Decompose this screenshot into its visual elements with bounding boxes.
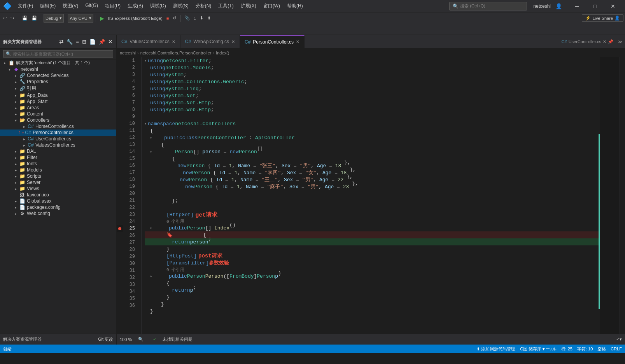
sidebar-bottom-left[interactable]: 解决方案资源管理器: [3, 336, 42, 342]
status-encoding[interactable]: CRLF: [611, 346, 622, 351]
new-solution-btn[interactable]: 📄: [89, 38, 96, 46]
sidebar-item-models[interactable]: ▸ 📁 Models: [0, 167, 116, 173]
validate-icon[interactable]: ✓▾: [616, 337, 622, 342]
sidebar-item-references[interactable]: ▸ 🔗 引用: [0, 85, 116, 92]
global-search-box[interactable]: 🔍 搜索 (Ctrl+Q): [449, 2, 527, 10]
solution-root[interactable]: ▸ 📋 解决方案 'netceshi' (1 个项目，共 1 个): [0, 60, 116, 66]
maximize-button[interactable]: □: [586, 0, 604, 12]
minimize-button[interactable]: ─: [568, 0, 586, 12]
sidebar-item-controllers[interactable]: ▾ 📂 Controllers: [0, 117, 116, 123]
minimap[interactable]: [600, 57, 620, 334]
close-sidebar-btn[interactable]: ✕: [107, 38, 113, 46]
sep2: [41, 15, 41, 22]
debug-config-dropdown[interactable]: Debug ▾: [44, 14, 64, 23]
expand-tabs-btn[interactable]: ≫: [616, 35, 625, 48]
sidebar-item-server[interactable]: ▸ 📁 Server: [0, 179, 116, 186]
collapse-btn[interactable]: ⊟: [81, 38, 87, 46]
sidebar-item-user-controller[interactable]: ▸ C# UserController.cs: [0, 136, 116, 142]
glyph-23: [117, 211, 123, 218]
menu-help[interactable]: 帮助(H): [284, 1, 306, 11]
error-status[interactable]: 未找到相关问题: [163, 336, 193, 342]
tab-values-controller[interactable]: C# ValuesController.cs ✕: [117, 35, 180, 48]
menu-build[interactable]: 生成(B): [124, 1, 146, 11]
vertical-scrollbar[interactable]: [620, 57, 625, 334]
sidebar-search-input[interactable]: [13, 52, 110, 56]
sidebar-bottom-right[interactable]: Git 更改: [98, 336, 113, 342]
menu-bar[interactable]: 文件(F) 编辑(E) 视图(V) Git(G) 项目(P) 生成(B) 调试(…: [15, 1, 306, 11]
sidebar-item-values-controller[interactable]: ▸ C# ValuesController.cs: [0, 142, 116, 148]
menu-file[interactable]: 文件(F): [15, 1, 36, 11]
sidebar-item-scripts[interactable]: ▸ 📁 Scripts: [0, 173, 116, 179]
sidebar-item-person-controller[interactable]: 1 • C# PersonController.cs: [0, 130, 116, 136]
tab-webapi-config[interactable]: C# WebApiConfig.cs ✕: [180, 35, 240, 48]
menu-test[interactable]: 测试(S): [170, 1, 192, 11]
filter-btn[interactable]: ≡: [75, 38, 80, 46]
properties-folder-icon: 🔧: [19, 79, 26, 84]
tab-values-label: ValuesController.cs: [130, 39, 170, 44]
close-button[interactable]: ✕: [604, 0, 622, 12]
glyph-margin: [117, 57, 123, 334]
restart-btn[interactable]: ↺: [171, 15, 178, 21]
sidebar-item-web-config[interactable]: ▸ ⚙ Web.config: [0, 210, 116, 217]
title-bar: 🔷 文件(F) 编辑(E) 视图(V) Git(G) 项目(P) 生成(B) 调…: [0, 0, 625, 12]
redo-btn[interactable]: ↪: [9, 15, 16, 21]
save-all-btn[interactable]: 💾: [30, 15, 39, 21]
sidebar-item-views[interactable]: ▸ 📁 Views: [0, 186, 116, 192]
sync-btn[interactable]: ⇄: [58, 38, 64, 46]
sidebar-item-dal[interactable]: ▸ 📁 DAL: [0, 148, 116, 154]
ln-16: 16: [123, 162, 138, 169]
code-content[interactable]: ▸using netceshi.Filter; using netceshi.M…: [142, 57, 599, 334]
status-branch[interactable]: C图 储存库▼ー♪ル: [520, 346, 556, 352]
project-root[interactable]: ▾ ◆ netceshi: [0, 66, 116, 72]
tab-values-close[interactable]: ✕: [172, 39, 175, 44]
sidebar-item-areas[interactable]: ▸ 📁 Areas: [0, 105, 116, 111]
run-label[interactable]: IIS Express (Microsoft Edge): [107, 15, 164, 21]
menu-debug[interactable]: 调试(D): [147, 1, 169, 11]
save-btn[interactable]: 💾: [21, 15, 29, 21]
menu-extensions[interactable]: 扩展(X): [238, 1, 259, 11]
tab-webapi-close[interactable]: ✕: [231, 39, 235, 44]
run-button[interactable]: ▶: [98, 14, 106, 22]
sidebar-item-properties[interactable]: ▸ 🔧 Properties: [0, 79, 116, 85]
sidebar-item-fonts[interactable]: ▸ 📁 fonts: [0, 161, 116, 167]
liveshare-button[interactable]: ⚡ Live Share 👤: [582, 14, 623, 22]
step-in-btn[interactable]: ⬇: [198, 15, 205, 21]
sidebar-item-global-asax[interactable]: ▸ 📄 Global.asax: [0, 198, 116, 204]
step-over-btn[interactable]: ⤵: [192, 15, 198, 21]
line-numbers: 1 2 3 4 5 6 7 8 9 10 11 12 13 14 15 16 1…: [123, 57, 142, 334]
zoom-level[interactable]: 100 %: [120, 337, 132, 342]
tab-person-close[interactable]: ✕: [296, 39, 299, 44]
undo-btn[interactable]: ↩: [2, 15, 8, 21]
status-add-code[interactable]: ⬆ 添加到源代码管理: [476, 346, 515, 352]
properties-btn[interactable]: 🔧: [66, 38, 74, 46]
sidebar-item-packages[interactable]: ▸ 📄 packages.config: [0, 204, 116, 210]
menu-project[interactable]: 项目(P): [102, 1, 124, 11]
account-icon[interactable]: 👤: [555, 3, 562, 9]
menu-analyze[interactable]: 分析(N): [193, 1, 215, 11]
code-editor[interactable]: 1 2 3 4 5 6 7 8 9 10 11 12 13 14 15 16 1…: [117, 57, 625, 334]
platform-dropdown[interactable]: Any CPU ▾: [68, 14, 93, 23]
ln-3: 3: [123, 71, 138, 78]
stop-btn[interactable]: ■: [165, 15, 171, 21]
glyph-35: [117, 295, 123, 302]
tab-user-controller[interactable]: C# UserController.cs ✕ 📌: [559, 35, 616, 48]
pin-btn[interactable]: 📌: [98, 38, 106, 46]
step-out-btn[interactable]: ⬆: [206, 15, 212, 21]
editor-area: C# ValuesController.cs ✕ C# WebApiConfig…: [117, 35, 625, 345]
menu-tools[interactable]: 工具(T): [215, 1, 236, 11]
menu-view[interactable]: 视图(V): [60, 1, 81, 11]
sidebar-search-box[interactable]: 🔍: [3, 50, 113, 58]
sidebar-item-favicon[interactable]: 🖼 favicon.ico: [0, 192, 116, 198]
sidebar-item-connected-services[interactable]: ▸ 🔗 Connected Services: [0, 72, 116, 79]
sidebar-item-app-start[interactable]: ▸ 📁 App_Start: [0, 98, 116, 105]
menu-edit[interactable]: 编辑(E): [37, 1, 59, 11]
sidebar-item-filter[interactable]: ▸ 📁 Filter: [0, 154, 116, 161]
menu-git[interactable]: Git(G): [82, 1, 101, 11]
status-spaces[interactable]: 空格: [597, 346, 606, 352]
sidebar-item-home-controller[interactable]: ▸ C# HomeController.cs: [0, 123, 116, 130]
attach-btn[interactable]: 📎: [183, 15, 191, 21]
sidebar-item-content[interactable]: ▸ 📁 Content: [0, 111, 116, 117]
sidebar-item-app-data[interactable]: ▸ 📁 App_Data: [0, 92, 116, 98]
tab-person-controller[interactable]: C# PersonController.cs ✕: [240, 35, 305, 48]
menu-window[interactable]: 窗口(W): [260, 1, 283, 11]
